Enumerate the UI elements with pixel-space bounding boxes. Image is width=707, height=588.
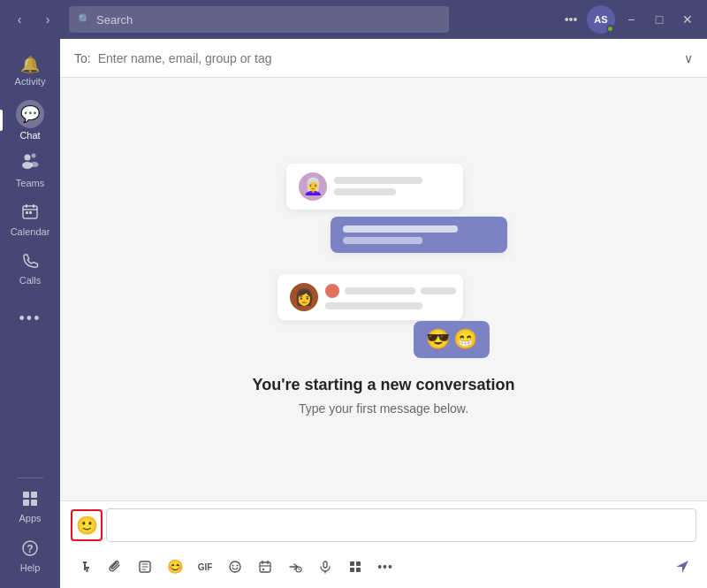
emoji-button[interactable]: 😊 [161, 553, 189, 581]
nav-forward-button[interactable]: › [35, 7, 60, 32]
svg-rect-8 [26, 211, 28, 214]
sidebar-help-label: Help [20, 562, 41, 573]
send-later-button[interactable] [281, 553, 309, 581]
sticker-button[interactable] [221, 553, 249, 581]
msg-line [343, 237, 422, 244]
apps-toolbar-icon [348, 560, 362, 574]
sidebar-item-teams[interactable]: Teams [0, 145, 60, 195]
apps-toolbar-button[interactable] [341, 553, 369, 581]
more-toolbar-icon: ••• [377, 560, 393, 574]
maximize-button[interactable]: □ [647, 7, 672, 32]
emoji-trigger-icon: 🙂 [76, 515, 98, 536]
search-icon: 🔍 [78, 13, 91, 26]
minimize-button[interactable]: − [619, 7, 643, 32]
attach-button[interactable] [101, 553, 129, 581]
to-label: To: [74, 51, 91, 65]
sidebar-item-apps[interactable]: Apps [0, 482, 60, 531]
sidebar-chat-label: Chat [19, 130, 40, 141]
user-status-indicator [606, 25, 614, 33]
msg-lines-3 [325, 284, 456, 309]
sidebar-item-activity[interactable]: 🔔 Activity [0, 46, 60, 95]
sidebar-item-help[interactable]: ? Help [0, 531, 60, 581]
sidebar-teams-label: Teams [16, 178, 44, 188]
emoji-trigger-button[interactable]: 🙂 [71, 509, 103, 541]
audio-icon [318, 560, 332, 574]
svg-rect-29 [350, 568, 354, 572]
apps-icon [21, 490, 39, 511]
msg-lines-2 [343, 225, 458, 244]
loop-button[interactable] [131, 553, 159, 581]
new-conversation-title: You're starting a new conversation [252, 376, 514, 394]
send-later-icon [288, 560, 302, 574]
msg-line [421, 287, 456, 294]
svg-point-1 [32, 154, 36, 158]
sidebar-item-chat[interactable]: 💬 Chat [0, 95, 60, 145]
more-icon: ••• [19, 309, 42, 328]
user-avatar[interactable]: AS [587, 5, 615, 34]
reaction-icon [325, 284, 339, 298]
svg-rect-11 [31, 492, 37, 498]
send-button[interactable] [668, 553, 696, 581]
loop-icon [138, 560, 152, 574]
toolbar-row: 😊 GIF [60, 549, 707, 588]
to-bar: To: ∨ [60, 39, 707, 78]
nav-buttons: ‹ › [7, 7, 60, 32]
chat-icon-circle: 💬 [16, 100, 44, 128]
msg-line [343, 225, 458, 233]
illustration: 👩‍🦳 👩 [260, 164, 507, 358]
svg-rect-30 [356, 568, 361, 572]
calls-icon [21, 252, 39, 273]
avatar-2: 👩 [290, 283, 318, 311]
svg-rect-10 [23, 492, 29, 498]
svg-point-17 [230, 561, 240, 572]
more-options-button[interactable]: ••• [559, 7, 583, 32]
help-icon: ? [21, 539, 39, 561]
schedule-icon [258, 560, 272, 574]
svg-rect-25 [323, 561, 327, 568]
svg-rect-28 [356, 561, 361, 566]
audio-button[interactable] [311, 553, 339, 581]
format-icon [78, 560, 92, 574]
search-input[interactable] [96, 13, 440, 27]
svg-rect-9 [29, 211, 32, 214]
content-area: To: ∨ 👩‍🦳 [60, 39, 707, 588]
svg-point-0 [25, 155, 31, 161]
to-input[interactable] [98, 51, 677, 65]
svg-point-3 [31, 162, 39, 167]
input-area: 🙂 [60, 500, 707, 588]
format-button[interactable] [71, 553, 99, 581]
schedule-button[interactable] [251, 553, 279, 581]
emoji-cool: 😎 [426, 328, 450, 351]
message-input[interactable] [106, 508, 696, 542]
title-bar: ‹ › 🔍 ••• AS − □ ✕ [0, 0, 707, 39]
sidebar-calendar-label: Calendar [11, 226, 50, 237]
sticker-icon [228, 560, 242, 574]
illustration-card-1: 👩‍🦳 [286, 164, 463, 210]
sidebar-item-more[interactable]: ••• [0, 294, 60, 343]
msg-line [334, 188, 396, 195]
msg-line [345, 287, 415, 294]
sidebar-calls-label: Calls [19, 275, 41, 286]
nav-back-button[interactable]: ‹ [7, 7, 32, 32]
sidebar-item-calendar[interactable]: Calendar [0, 195, 60, 244]
to-chevron-icon[interactable]: ∨ [684, 51, 693, 65]
msg-line [334, 177, 422, 184]
close-button[interactable]: ✕ [675, 7, 700, 32]
search-bar: 🔍 [69, 6, 449, 33]
main-layout: 🔔 Activity 💬 Chat Teams [0, 39, 707, 588]
emoji-icon: 😊 [167, 559, 184, 575]
msg-line-row [325, 284, 456, 298]
emoji-grin: 😁 [453, 328, 477, 351]
more-toolbar-button[interactable]: ••• [371, 553, 399, 581]
sidebar-item-calls[interactable]: Calls [0, 244, 60, 294]
sidebar-divider [17, 477, 43, 478]
chat-icon: 💬 [20, 104, 40, 124]
attach-icon [108, 560, 122, 574]
calendar-icon [21, 202, 39, 225]
message-input-row: 🙂 [60, 501, 707, 549]
window-controls: ••• AS − □ ✕ [559, 5, 700, 34]
avatar-1: 👩‍🦳 [299, 172, 327, 201]
gif-button[interactable]: GIF [191, 553, 219, 581]
activity-icon: 🔔 [20, 55, 40, 74]
teams-icon [20, 151, 40, 176]
